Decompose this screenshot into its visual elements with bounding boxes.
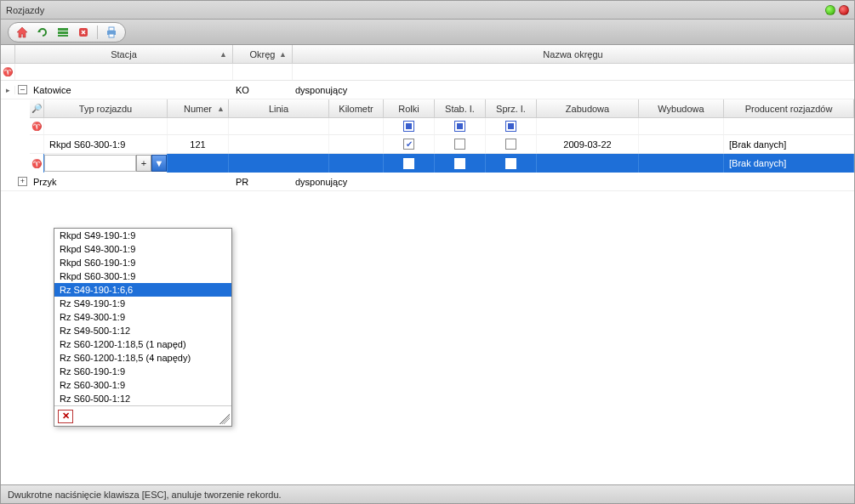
minimize-dot[interactable] — [825, 5, 835, 15]
dropdown-item[interactable]: Rz S60-500-1:12 — [54, 392, 231, 405]
edit-km[interactable] — [329, 154, 384, 173]
list-icon[interactable] — [56, 25, 70, 39]
filter-zabudowa[interactable] — [537, 118, 639, 134]
close-dot[interactable] — [839, 5, 849, 15]
tristate-checkbox[interactable] — [403, 158, 414, 169]
outer-header-row: Stacja ▲ Okręg ▲ Nazwa okręgu — [1, 45, 854, 64]
edit-sprz[interactable] — [486, 154, 537, 173]
column-header-stacja[interactable]: Stacja ▲ — [15, 45, 233, 63]
column-label: Wybudowa — [658, 104, 704, 114]
cell-rolki — [384, 135, 435, 153]
filter-linia[interactable] — [229, 118, 329, 134]
dropdown-item[interactable]: Rkpd S60-190-1:9 — [54, 256, 231, 269]
svg-rect-4 — [58, 35, 68, 37]
expand-toggle[interactable]: + — [15, 177, 30, 186]
column-header-wybudowa[interactable]: Wybudowa — [639, 99, 724, 117]
filter-cell-okreg[interactable] — [233, 64, 293, 80]
tristate-checkbox[interactable] — [505, 121, 516, 132]
svg-rect-3 — [58, 31, 68, 34]
dropdown-list[interactable]: Rkpd S49-190-1:9Rkpd S49-300-1:9Rkpd S60… — [54, 229, 231, 405]
tristate-checkbox[interactable] — [403, 121, 414, 132]
cell-sprz — [486, 135, 537, 153]
filter-km[interactable] — [329, 118, 384, 134]
column-header-sprz[interactable]: Sprz. I. — [486, 99, 537, 117]
dropdown-item[interactable]: Rz S49-500-1:12 — [54, 324, 231, 337]
checkbox[interactable] — [454, 139, 465, 150]
filter-sprz[interactable] — [486, 118, 537, 134]
edit-stab[interactable] — [435, 154, 486, 173]
inner-filter-icon[interactable]: ♈ — [30, 118, 44, 134]
dropdown-item[interactable]: Rz S60-1200-1:18,5 (1 napęd) — [54, 337, 231, 351]
column-header-zabudowa[interactable]: Zabudowa — [537, 99, 639, 117]
filter-typ[interactable] — [44, 118, 168, 134]
edit-row[interactable]: ♈ + ▼ [Brak danych] — [30, 154, 854, 173]
tristate-checkbox[interactable] — [505, 158, 516, 169]
tristate-checkbox[interactable] — [454, 121, 465, 132]
edit-numer[interactable] — [168, 154, 229, 173]
typ-input[interactable] — [44, 155, 136, 172]
column-label: Typ rozjazdu — [79, 104, 132, 114]
column-header-linia[interactable]: Linia — [229, 99, 329, 117]
tristate-checkbox[interactable] — [454, 158, 465, 169]
column-header-typ[interactable]: Typ rozjazdu — [44, 99, 168, 117]
column-header-km[interactable]: Kilometr — [329, 99, 384, 117]
delete-icon[interactable] — [77, 25, 90, 39]
sort-asc-icon: ▲ — [217, 105, 225, 113]
filter-stab[interactable] — [435, 118, 486, 134]
edit-linia[interactable] — [229, 154, 329, 173]
expand-toggle[interactable]: – — [15, 85, 30, 94]
dropdown-item[interactable]: Rkpd S49-190-1:9 — [54, 229, 231, 242]
filter-producent[interactable] — [724, 118, 854, 134]
column-label: Sprz. I. — [496, 104, 526, 114]
inner-header-key[interactable]: 🔎 — [30, 99, 44, 117]
group-okreg: KO — [236, 85, 249, 95]
dropdown-item[interactable]: Rkpd S49-300-1:9 — [54, 242, 231, 256]
table-row[interactable]: Rkpd S60-300-1:9 121 2009-03-22 [Brak da… — [30, 135, 854, 154]
checkbox-checked[interactable] — [403, 139, 414, 150]
edit-rolki[interactable] — [384, 154, 435, 173]
filter-numer[interactable] — [168, 118, 229, 134]
group-row-przyk[interactable]: + Przyk PR dysponujący — [1, 173, 854, 191]
edit-zabudowa[interactable] — [537, 154, 639, 173]
dropdown-item[interactable]: Rz S49-300-1:9 — [54, 310, 231, 324]
inner-filter-row: ♈ — [30, 118, 854, 135]
filter-rolki[interactable] — [384, 118, 435, 134]
resize-grip[interactable] — [219, 414, 230, 424]
print-icon[interactable] — [105, 25, 118, 39]
dropdown-close-button[interactable]: ✕ — [58, 410, 73, 423]
dropdown-item[interactable]: Rz S49-190-1:6,6 — [54, 283, 231, 297]
column-header-producent[interactable]: Producent rozjazdów — [724, 99, 854, 117]
dropdown-item[interactable]: Rz S49-190-1:9 — [54, 297, 231, 310]
filter-cell-stacja[interactable] — [15, 64, 233, 80]
filter-cell-nazwa[interactable] — [293, 64, 854, 80]
column-label: Rolki — [398, 104, 419, 114]
typ-editor-cell[interactable]: + ▼ — [44, 154, 168, 173]
dropdown-item[interactable]: Rz S60-300-1:9 — [54, 378, 231, 392]
dropdown-item[interactable]: Rz S60-1200-1:18,5 (4 napędy) — [54, 351, 231, 365]
column-header-stab[interactable]: Stab. I. — [435, 99, 486, 117]
dropdown-button[interactable]: ▼ — [151, 155, 167, 172]
add-button[interactable]: + — [136, 155, 151, 172]
dropdown-item[interactable]: Rz S60-190-1:9 — [54, 365, 231, 378]
toolbar — [8, 22, 126, 42]
refresh-icon[interactable] — [36, 25, 49, 39]
titlebar: Rozjazdy — [1, 1, 854, 20]
home-icon[interactable] — [15, 25, 29, 39]
filter-wybudowa[interactable] — [639, 118, 724, 134]
edit-producent[interactable]: [Brak danych] — [724, 154, 854, 173]
checkbox[interactable] — [505, 139, 516, 150]
cell-stab — [435, 135, 486, 153]
cell-wybudowa — [639, 135, 724, 153]
filter-cell-icon[interactable]: ♈ — [1, 64, 15, 80]
column-header-numer[interactable]: Numer▲ — [168, 99, 229, 117]
column-label: Producent rozjazdów — [745, 104, 833, 114]
group-label: Przyk — [30, 177, 57, 187]
sort-asc-icon: ▲ — [279, 50, 287, 59]
edit-wybudowa[interactable] — [639, 154, 724, 173]
column-header-rolki[interactable]: Rolki — [384, 99, 435, 117]
dropdown-item[interactable]: Rkpd S60-300-1:9 — [54, 269, 231, 283]
outer-filter-row: ♈ — [1, 64, 854, 81]
group-row-katowice[interactable]: ▸ – Katowice KO dysponujący — [1, 81, 854, 99]
column-header-okreg[interactable]: Okręg ▲ — [233, 45, 293, 63]
column-header-nazwa[interactable]: Nazwa okręgu — [293, 45, 854, 63]
